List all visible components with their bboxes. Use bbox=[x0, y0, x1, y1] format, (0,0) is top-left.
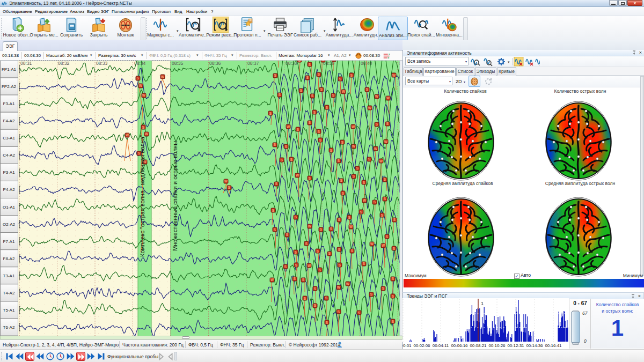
svg-text:W: W bbox=[296, 173, 299, 177]
svg-text:S: S bbox=[386, 235, 389, 239]
svg-text:S: S bbox=[298, 61, 301, 62]
svg-text:S: S bbox=[374, 200, 376, 204]
svg-text:S: S bbox=[317, 249, 319, 253]
svg-text:00:08:21: 00:08:21 bbox=[470, 343, 487, 348]
svg-text:S: S bbox=[325, 296, 328, 300]
svg-text:S: S bbox=[285, 145, 288, 149]
svg-text:W: W bbox=[363, 198, 367, 202]
svg-text:S: S bbox=[279, 93, 281, 97]
svg-text:W: W bbox=[375, 94, 379, 98]
svg-text:S: S bbox=[393, 247, 396, 250]
svg-text:C3-A1: C3-A1 bbox=[3, 136, 15, 141]
svg-text:S: S bbox=[320, 87, 323, 91]
svg-text:P4-A2: P4-A2 bbox=[3, 187, 15, 192]
svg-text:S: S bbox=[309, 63, 311, 67]
svg-text:F4-A2: F4-A2 bbox=[3, 119, 15, 123]
svg-text:W: W bbox=[270, 278, 274, 282]
svg-text:00:10:26: 00:10:26 bbox=[488, 343, 506, 348]
svg-text:S: S bbox=[368, 157, 371, 161]
svg-text:S: S bbox=[392, 277, 394, 280]
svg-text:S: S bbox=[351, 249, 354, 253]
svg-text:S: S bbox=[295, 263, 298, 267]
svg-text:W: W bbox=[379, 159, 383, 163]
svg-text:T6-A2: T6-A2 bbox=[3, 325, 15, 330]
svg-text:S: S bbox=[382, 286, 385, 290]
svg-text:S: S bbox=[366, 87, 369, 91]
svg-text:00:00:01: 00:00:01 bbox=[402, 343, 412, 348]
svg-text:S: S bbox=[309, 176, 311, 180]
svg-text:W: W bbox=[126, 133, 129, 137]
svg-text:S: S bbox=[392, 294, 394, 298]
svg-text:08:33: 08:33 bbox=[96, 61, 108, 66]
svg-text:S: S bbox=[318, 130, 320, 134]
svg-text:W: W bbox=[384, 140, 388, 144]
svg-text:W: W bbox=[161, 75, 165, 79]
svg-text:08:32: 08:32 bbox=[58, 61, 70, 66]
svg-text:S: S bbox=[320, 227, 323, 231]
svg-text:S: S bbox=[370, 292, 373, 296]
svg-text:S: S bbox=[363, 262, 365, 265]
svg-text:00:16:41: 00:16:41 bbox=[545, 343, 562, 348]
svg-text:S: S bbox=[272, 209, 275, 212]
svg-text:O2-A2: O2-A2 bbox=[3, 222, 16, 227]
svg-text:S: S bbox=[338, 248, 341, 252]
svg-text:S: S bbox=[300, 88, 303, 92]
svg-text:S: S bbox=[311, 94, 314, 98]
svg-text:S: S bbox=[314, 287, 317, 291]
svg-text:S: S bbox=[330, 149, 333, 152]
svg-text:W: W bbox=[349, 225, 353, 228]
svg-text:S: S bbox=[275, 182, 278, 186]
svg-text:00:06:16: 00:06:16 bbox=[451, 343, 468, 348]
svg-text:W: W bbox=[374, 147, 378, 151]
svg-text:00:12:31: 00:12:31 bbox=[507, 343, 524, 348]
svg-text:S: S bbox=[295, 250, 297, 254]
svg-text:S: S bbox=[376, 122, 378, 126]
svg-text:F7-A1: F7-A1 bbox=[3, 239, 15, 244]
svg-text:08:37: 08:37 bbox=[247, 61, 259, 66]
svg-text:S: S bbox=[393, 218, 396, 221]
svg-text:S: S bbox=[338, 159, 340, 162]
svg-text:S: S bbox=[319, 268, 321, 272]
svg-text:S: S bbox=[274, 143, 276, 146]
svg-text:S: S bbox=[358, 311, 361, 315]
svg-text:O1-A1: O1-A1 bbox=[3, 205, 16, 210]
svg-text:W: W bbox=[332, 61, 336, 61]
svg-text:S: S bbox=[384, 197, 386, 201]
svg-text:S: S bbox=[284, 265, 287, 269]
svg-text:S: S bbox=[392, 320, 394, 323]
svg-text:S: S bbox=[328, 252, 331, 255]
svg-text:00:02:06: 00:02:06 bbox=[413, 343, 430, 348]
svg-text:S: S bbox=[297, 128, 299, 131]
svg-text:S: S bbox=[305, 242, 308, 246]
svg-text:W: W bbox=[308, 224, 312, 228]
svg-text:S: S bbox=[340, 179, 343, 182]
svg-text:S: S bbox=[269, 112, 272, 115]
svg-text:S: S bbox=[290, 158, 293, 161]
svg-text:1: 1 bbox=[481, 301, 484, 306]
svg-text:S: S bbox=[304, 297, 306, 300]
svg-text:▾: ▾ bbox=[508, 60, 510, 64]
svg-text:W: W bbox=[352, 144, 356, 148]
svg-text:S: S bbox=[302, 278, 305, 282]
svg-text:S: S bbox=[326, 106, 328, 109]
svg-text:C4-A2: C4-A2 bbox=[3, 153, 15, 158]
svg-text:00:04:11: 00:04:11 bbox=[433, 343, 449, 348]
svg-text:S: S bbox=[384, 178, 386, 181]
svg-text:S: S bbox=[332, 93, 335, 97]
svg-text:08:35: 08:35 bbox=[172, 61, 184, 66]
svg-text:W: W bbox=[337, 285, 341, 289]
svg-text:S: S bbox=[142, 125, 145, 129]
svg-text:S: S bbox=[381, 213, 384, 217]
svg-text:W: W bbox=[386, 96, 390, 100]
svg-text:S: S bbox=[363, 181, 365, 184]
svg-text:FP2-A2: FP2-A2 bbox=[2, 84, 17, 89]
svg-text:FP1-A1: FP1-A1 bbox=[2, 67, 17, 72]
svg-text:W: W bbox=[287, 125, 290, 129]
svg-text:W: W bbox=[392, 73, 396, 77]
svg-text:S: S bbox=[274, 73, 277, 77]
svg-text:W: W bbox=[342, 90, 346, 93]
svg-text:S: S bbox=[314, 304, 317, 307]
svg-text:S: S bbox=[322, 61, 325, 62]
svg-text:S: S bbox=[286, 233, 289, 237]
svg-text:S: S bbox=[353, 174, 355, 178]
